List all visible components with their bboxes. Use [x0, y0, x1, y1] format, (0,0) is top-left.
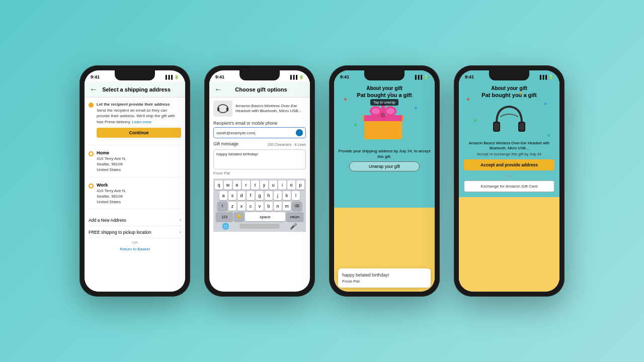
svg-point-8 — [372, 108, 380, 114]
product-image — [213, 101, 232, 117]
phone-4-gift-bg: About your gift Pat bought you a gift — [459, 81, 559, 292]
key-space[interactable]: space — [245, 212, 285, 221]
globe-icon[interactable]: 🌐 — [222, 223, 229, 230]
key-delete[interactable]: ⌫ — [292, 202, 302, 211]
confetti-dot-4a — [467, 98, 469, 101]
unwrap-button[interactable]: Unwrap your gift — [349, 161, 420, 171]
phone-2-nav-title: Choose gift options — [225, 86, 297, 93]
key-123[interactable]: 123 — [216, 212, 233, 221]
key-i[interactable]: i — [278, 180, 286, 190]
key-o[interactable]: o — [287, 180, 295, 190]
svg-point-11 — [380, 113, 385, 118]
accept-address-button[interactable]: Accept and provide address — [464, 159, 554, 170]
confetti-dot-4b — [544, 103, 547, 105]
key-d[interactable]: d — [237, 191, 246, 200]
from-name: Pat — [224, 171, 230, 175]
key-p[interactable]: p — [296, 180, 304, 190]
key-emoji[interactable]: 😊 — [234, 212, 244, 221]
recipient-provide-option[interactable]: Let the recipient provide their address … — [89, 102, 181, 145]
chevron-icon: › — [180, 217, 181, 223]
key-c[interactable]: c — [247, 202, 255, 211]
gift-msg-label: Gift message — [213, 141, 238, 146]
work-line1: 410 Terry Ave N, — [97, 189, 126, 193]
key-x[interactable]: x — [237, 202, 246, 211]
key-shift[interactable]: ⇧ — [217, 202, 227, 211]
key-f[interactable]: f — [247, 191, 255, 200]
work-line2: Seattle, 98109 — [97, 194, 123, 199]
key-q[interactable]: q — [215, 180, 223, 190]
key-return[interactable]: return — [286, 212, 303, 221]
product-row: Amazon Basics Wireless Over-Ear Headset … — [213, 101, 306, 117]
headphones-product-image — [489, 101, 529, 139]
key-z[interactable]: z — [228, 202, 236, 211]
key-e[interactable]: e — [233, 180, 241, 190]
key-s[interactable]: s — [228, 191, 236, 200]
wifi-icon: 🔋 — [174, 75, 179, 79]
key-l[interactable]: l — [292, 191, 300, 200]
learn-more-link[interactable]: Learn more — [132, 120, 151, 124]
gift-msg-text: happy belated birthday! — [342, 273, 427, 278]
key-t[interactable]: t — [251, 180, 259, 190]
svg-rect-3 — [364, 118, 402, 139]
recipient-label: Recipient's email or mobile phone — [213, 121, 306, 126]
svg-rect-1 — [217, 108, 219, 111]
key-k[interactable]: k — [283, 191, 291, 200]
add-new-address[interactable]: Add a New Address › — [89, 214, 181, 226]
key-v[interactable]: v — [256, 202, 264, 211]
key-row-2: a s d f g h j k l — [214, 191, 305, 200]
key-b[interactable]: b — [265, 202, 273, 211]
message-textarea[interactable]: happy belated birthday! — [213, 149, 306, 169]
accept-date-text: Accept or exchange this gift by July 24 — [477, 152, 541, 156]
phone-2-status-icons: ▐▐▐ 🔋 — [289, 75, 304, 79]
work-label: Work — [97, 183, 126, 188]
phone-2-nav: ← Choose gift options — [209, 81, 310, 98]
keyboard: q w e r t y u i o p a — [213, 178, 306, 232]
phone-2: 9:41 ▐▐▐ 🔋 ← Choose gift options — [204, 65, 315, 297]
work-radio[interactable] — [89, 184, 94, 189]
key-m[interactable]: m — [283, 202, 291, 211]
email-input[interactable]: sarah@example.com| — [216, 131, 296, 135]
message-text: happy belated birthday! — [216, 152, 303, 156]
keyboard-bottom: 🌐 🎤 — [214, 223, 305, 230]
home-line2: Seattle, 98109 — [97, 162, 123, 166]
back-arrow-2[interactable]: ← — [214, 85, 222, 94]
phone-1-content: Let the recipient provide their address … — [85, 98, 185, 292]
wifi-icon-2: 🔋 — [299, 75, 304, 79]
key-u[interactable]: u — [269, 180, 277, 190]
back-arrow[interactable]: ← — [90, 85, 98, 94]
key-r[interactable]: r — [242, 180, 250, 190]
person-icon: 👤 — [296, 129, 303, 136]
key-n[interactable]: n — [274, 202, 282, 211]
return-to-basket[interactable]: Return to Basket — [89, 247, 181, 251]
home-label: Home — [97, 150, 126, 155]
email-input-row[interactable]: sarah@example.com| 👤 — [213, 127, 306, 138]
phone-3: 9:41 ▐▐▐ 🔋 About your gift Pat — [329, 65, 440, 297]
from-label: From — [213, 171, 223, 175]
phone-3-gift-bg: About your gift Pat bought you a gift Ta… — [334, 81, 435, 292]
recipient-radio[interactable] — [89, 103, 94, 108]
action-buttons: Accept and provide address OR Exchange f… — [462, 159, 556, 192]
phone-3-screen: 9:41 ▐▐▐ 🔋 About your gift Pat — [334, 70, 435, 292]
phone-3-notch — [364, 70, 405, 80]
work-line3: United States — [97, 200, 121, 204]
home-address-option[interactable]: Home 410 Terry Ave N, Seattle, 98109 Uni… — [89, 150, 181, 177]
tap-to-unwrap-label[interactable]: Tap to unwrap — [370, 99, 398, 106]
continue-button[interactable]: Continue — [97, 128, 181, 138]
key-g[interactable]: g — [256, 191, 264, 200]
key-y[interactable]: y — [260, 180, 268, 190]
svg-rect-2 — [226, 108, 228, 111]
work-address-option[interactable]: Work 410 Terry Ave N, Seattle, 98109 Uni… — [89, 183, 181, 210]
key-a[interactable]: a — [219, 191, 227, 200]
phone-4-screen: 9:41 ▐▐▐ 🔋 About your gift — [459, 70, 559, 292]
exchange-gift-card-button[interactable]: Exchange for Amazon Gift Card — [464, 180, 554, 192]
phone-4-notch — [489, 70, 529, 80]
free-shipping-pickup[interactable]: FREE shipping to pickup location › — [89, 226, 181, 238]
confetti-dot-4c — [474, 119, 476, 122]
key-h[interactable]: h — [265, 191, 273, 200]
confetti-dot-4e — [547, 134, 550, 137]
key-j[interactable]: j — [274, 191, 282, 200]
mic-icon[interactable]: 🎤 — [290, 223, 297, 230]
confetti-dot — [354, 124, 357, 126]
home-radio[interactable] — [89, 151, 94, 156]
key-w[interactable]: w — [224, 180, 232, 190]
